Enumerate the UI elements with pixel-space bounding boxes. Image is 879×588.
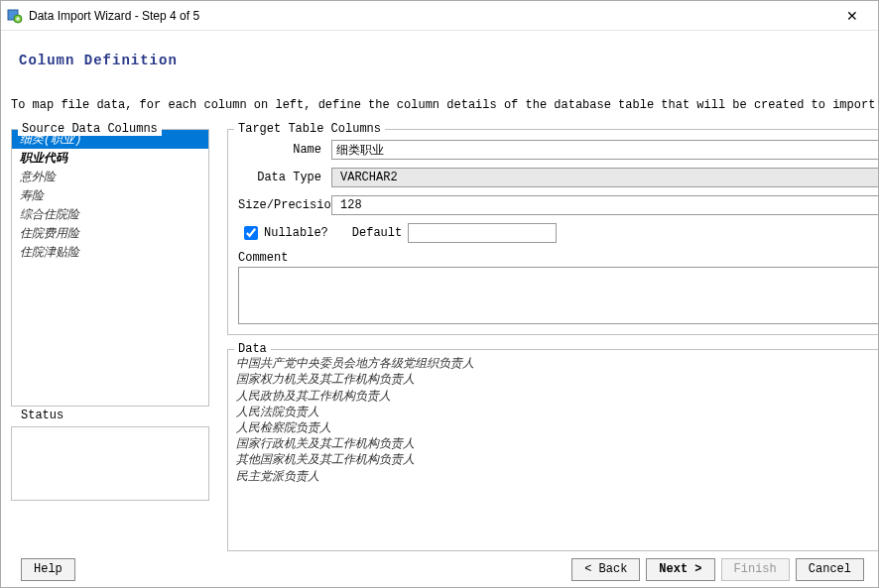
source-legend: Source Data Columns [18,122,162,136]
page-title: Column Definition [19,53,860,68]
data-hscrollbar[interactable] [230,532,879,548]
source-columns-box: Source Data Columns 细类(职业) 职业代码 意外险 寿险 综… [11,129,209,407]
data-row[interactable]: 国家行政机关及其工作机构负责人 [230,436,879,452]
size-select[interactable]: 128 [331,195,879,215]
target-legend: Target Table Columns [234,122,385,136]
list-item[interactable]: 意外险 [12,168,208,186]
data-row[interactable]: 中国共产党中央委员会地方各级党组织负责人 [230,356,879,372]
data-row[interactable]: 人民法院负责人 [230,405,879,420]
list-item[interactable]: 职业代码 [12,149,208,168]
comment-label: Comment [238,251,879,265]
source-listbox[interactable]: 细类(职业) 职业代码 意外险 寿险 综合住院险 住院费用险 住院津贴险 [12,130,208,406]
data-row[interactable]: 国家权力机关及其工作机构负责人 [230,372,879,388]
status-box[interactable] [11,426,209,501]
page-header: Column Definition [1,31,878,90]
window-title: Data Import Wizard - Step 4 of 5 [29,9,832,23]
data-legend: Data [234,342,271,356]
datatype-label: Data Type [238,171,325,184]
instruction-text: To map file data, for each column on lef… [11,96,879,115]
comment-field[interactable] [238,267,879,324]
status-legend: Status [17,409,67,422]
data-row[interactable]: 人民政协及其工作机构负责人 [230,389,879,405]
data-list[interactable]: 中国共产党中央委员会地方各级党组织负责人 国家权力机关及其工作机构负责人 人民政… [230,356,879,532]
close-button[interactable]: ✕ [832,1,872,31]
list-item[interactable]: 综合住院险 [12,205,208,224]
data-box: Data 中国共产党中央委员会地方各级党组织负责人 国家权力机关及其工作机构负责… [227,349,879,551]
back-button[interactable]: < Back [571,558,640,581]
cancel-button[interactable]: Cancel [796,558,864,581]
footer: Help < Back Next > Finish Cancel [1,551,878,587]
target-columns-box: Target Table Columns Name Data Type VARC… [227,129,879,335]
name-field[interactable] [331,140,879,160]
data-row[interactable]: 人民检察院负责人 [230,420,879,436]
next-button[interactable]: Next > [646,558,714,581]
datatype-select[interactable]: VARCHAR2 [331,168,879,187]
nullable-checkbox[interactable] [244,226,258,240]
list-item[interactable]: 住院费用险 [12,224,208,243]
data-row[interactable]: 其他国家机关及其工作机构负责人 [230,452,879,468]
list-item[interactable]: 寿险 [12,186,208,205]
default-field[interactable] [408,223,557,243]
default-label: Default [352,226,402,240]
name-label: Name [238,143,325,157]
app-icon [7,8,23,24]
finish-button: Finish [721,558,790,581]
help-button[interactable]: Help [21,558,75,581]
size-label: Size/Precision [238,198,325,212]
list-item[interactable]: 住院津贴险 [12,243,208,262]
data-row[interactable]: 民主党派负责人 [230,469,879,485]
nullable-label: Nullable? [264,226,328,240]
nav-hscrollbar[interactable] [4,533,167,549]
titlebar: Data Import Wizard - Step 4 of 5 ✕ [1,1,878,31]
